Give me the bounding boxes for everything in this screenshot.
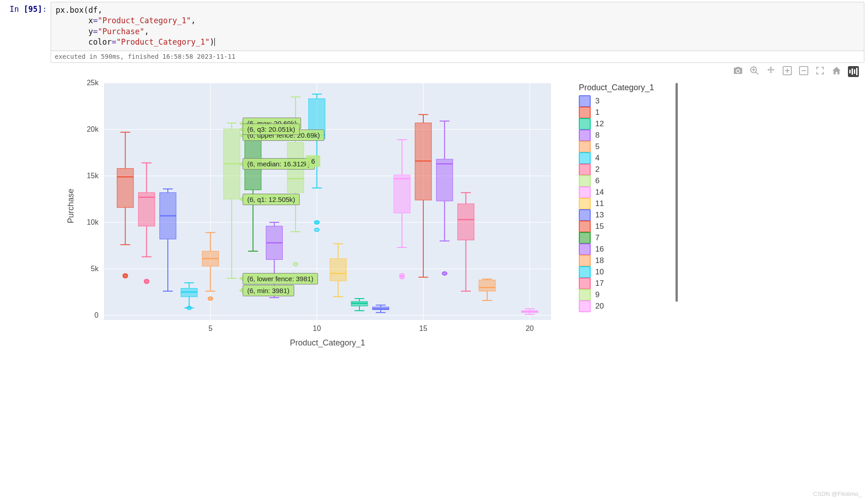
zoom-in-icon[interactable] (782, 66, 792, 77)
zoom-icon[interactable] (749, 66, 759, 77)
autoscale-icon[interactable] (815, 66, 825, 77)
camera-icon[interactable] (733, 66, 743, 77)
svg-rect-115 (394, 175, 410, 213)
legend-item-3[interactable]: 3 (579, 95, 677, 107)
legend-item-1[interactable]: 1 (579, 107, 677, 118)
legend-item-13[interactable]: 13 (579, 209, 677, 221)
legend-item-17[interactable]: 17 (579, 278, 677, 289)
legend-title: Product_Category_1 (579, 83, 677, 93)
svg-text:25k: 25k (87, 79, 99, 87)
svg-text:5k: 5k (91, 265, 99, 273)
svg-text:0: 0 (94, 311, 99, 319)
hover-x-label: 6 (306, 155, 320, 167)
legend: Product_Category_1 311285426141113157161… (579, 83, 677, 312)
svg-point-87 (293, 263, 298, 266)
plotly-logo[interactable] (848, 66, 859, 77)
svg-point-122 (400, 274, 404, 277)
legend-item-11[interactable]: 11 (579, 198, 677, 209)
svg-point-96 (315, 221, 319, 224)
execution-status: executed in 590ms, finished 16:58:58 202… (51, 51, 864, 62)
svg-text:5: 5 (208, 325, 213, 332)
notebook: In [95]: px.box(df, x="Product_Category_… (0, 0, 868, 347)
code-editor[interactable]: px.box(df, x="Product_Category_1", y="Pu… (51, 2, 864, 63)
svg-text:10: 10 (313, 325, 321, 332)
legend-item-16[interactable]: 16 (579, 243, 677, 255)
svg-text:Purchase: Purchase (66, 189, 75, 223)
pan-icon[interactable] (766, 66, 776, 77)
svg-point-136 (442, 272, 447, 275)
svg-text:20k: 20k (87, 125, 99, 133)
svg-rect-26 (117, 169, 134, 208)
svg-rect-137 (457, 204, 474, 240)
legend-item-12[interactable]: 12 (579, 118, 677, 129)
svg-rect-81 (287, 143, 304, 193)
plotly-modebar (47, 65, 864, 78)
svg-rect-88 (309, 99, 325, 139)
svg-rect-129 (437, 159, 453, 201)
legend-item-15[interactable]: 15 (579, 221, 677, 232)
legend-item-5[interactable]: 5 (579, 141, 677, 152)
svg-point-94 (315, 228, 319, 232)
svg-rect-143 (479, 280, 495, 291)
svg-text:15: 15 (419, 325, 427, 332)
legend-scrollbar[interactable] (676, 83, 678, 302)
svg-rect-97 (330, 259, 346, 281)
svg-rect-69 (245, 131, 261, 190)
legend-item-10[interactable]: 10 (579, 266, 677, 278)
svg-rect-2 (801, 70, 806, 71)
svg-text:20: 20 (525, 325, 534, 332)
svg-point-62 (208, 297, 213, 300)
svg-point-33 (123, 275, 128, 278)
zoom-out-icon[interactable] (799, 66, 809, 77)
legend-item-2[interactable]: 2 (579, 164, 677, 175)
legend-item-4[interactable]: 4 (579, 152, 677, 164)
input-prompt: In [95]: (4, 2, 51, 63)
output-area: Purchase05k10k15k20k25k5101520Product_Ca… (47, 65, 864, 347)
svg-text:Product_Category_1: Product_Category_1 (290, 338, 365, 347)
legend-item-9[interactable]: 9 (579, 289, 677, 300)
plot-area[interactable]: Purchase05k10k15k20k25k5101520Product_Ca… (65, 78, 567, 347)
svg-point-54 (187, 306, 192, 309)
legend-item-6[interactable]: 6 (579, 175, 677, 186)
legend-item-20[interactable]: 20 (579, 300, 677, 312)
legend-item-8[interactable]: 8 (579, 129, 677, 141)
legend-item-14[interactable]: 14 (579, 186, 677, 198)
svg-point-41 (144, 280, 149, 284)
legend-item-7[interactable]: 7 (579, 232, 677, 243)
legend-item-18[interactable]: 18 (579, 255, 677, 266)
home-icon[interactable] (832, 66, 842, 77)
code-cell: In [95]: px.box(df, x="Product_Category_… (4, 2, 864, 63)
svg-text:10k: 10k (87, 218, 99, 226)
svg-text:15k: 15k (87, 172, 99, 180)
